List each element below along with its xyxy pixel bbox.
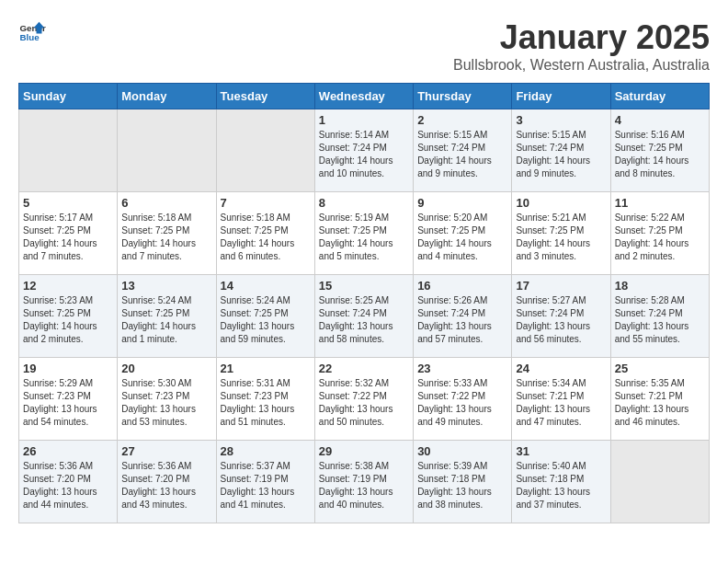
calendar-cell: 12 Sunrise: 5:23 AM Sunset: 7:25 PM Dayl… [19, 275, 118, 358]
sunrise-label: Sunrise: 5:38 AM [319, 461, 389, 471]
sunset-label: Sunset: 7:24 PM [319, 308, 387, 318]
calendar-cell: 2 Sunrise: 5:15 AM Sunset: 7:24 PM Dayli… [414, 109, 512, 192]
calendar-cell: 9 Sunrise: 5:20 AM Sunset: 7:25 PM Dayli… [414, 192, 512, 275]
day-number: 6 [121, 196, 211, 210]
day-info: Sunrise: 5:31 AM Sunset: 7:23 PM Dayligh… [221, 377, 311, 429]
daylight-label: Daylight: 14 hours and 8 minutes. [615, 155, 689, 178]
weekday-header-tuesday: Tuesday [216, 84, 314, 109]
daylight-label: Daylight: 13 hours and 55 minutes. [615, 321, 689, 344]
day-info: Sunrise: 5:26 AM Sunset: 7:24 PM Dayligh… [417, 294, 507, 346]
calendar-cell: 4 Sunrise: 5:16 AM Sunset: 7:25 PM Dayli… [610, 109, 709, 192]
day-info: Sunrise: 5:36 AM Sunset: 7:20 PM Dayligh… [23, 460, 113, 511]
calendar-cell: 15 Sunrise: 5:25 AM Sunset: 7:24 PM Dayl… [314, 275, 413, 358]
daylight-label: Daylight: 14 hours and 1 minute. [121, 321, 196, 344]
title-block: January 2025 Bullsbrook, Western Austral… [453, 18, 710, 74]
calendar-cell: 7 Sunrise: 5:18 AM Sunset: 7:25 PM Dayli… [216, 192, 314, 275]
calendar-cell: 1 Sunrise: 5:14 AM Sunset: 7:24 PM Dayli… [314, 109, 413, 192]
day-info: Sunrise: 5:18 AM Sunset: 7:25 PM Dayligh… [121, 212, 211, 263]
daylight-label: Daylight: 13 hours and 47 minutes. [516, 404, 590, 427]
daylight-label: Daylight: 13 hours and 46 minutes. [615, 404, 689, 427]
weekday-header-monday: Monday [118, 84, 216, 109]
calendar-week-row: 19 Sunrise: 5:29 AM Sunset: 7:23 PM Dayl… [19, 358, 710, 441]
sunrise-label: Sunrise: 5:15 AM [417, 130, 487, 140]
day-number: 31 [516, 444, 606, 458]
sunset-label: Sunset: 7:25 PM [121, 225, 189, 236]
day-info: Sunrise: 5:15 AM Sunset: 7:24 PM Dayligh… [516, 129, 606, 180]
daylight-label: Daylight: 14 hours and 3 minutes. [516, 238, 590, 261]
sunset-label: Sunset: 7:24 PM [319, 143, 387, 153]
logo-icon: General Blue [18, 18, 46, 46]
day-number: 18 [615, 279, 705, 293]
weekday-header-friday: Friday [512, 84, 610, 109]
day-number: 5 [23, 196, 113, 210]
daylight-label: Daylight: 13 hours and 57 minutes. [417, 321, 492, 344]
sunrise-label: Sunrise: 5:23 AM [23, 295, 93, 305]
sunset-label: Sunset: 7:25 PM [319, 225, 387, 236]
day-number: 14 [221, 279, 311, 293]
daylight-label: Daylight: 14 hours and 2 minutes. [615, 238, 689, 261]
day-number: 22 [319, 362, 409, 375]
sunrise-label: Sunrise: 5:32 AM [319, 378, 389, 388]
calendar-title: January 2025 [453, 18, 710, 57]
sunset-label: Sunset: 7:24 PM [615, 308, 683, 318]
daylight-label: Daylight: 14 hours and 4 minutes. [417, 238, 492, 261]
sunset-label: Sunset: 7:25 PM [23, 308, 91, 318]
day-info: Sunrise: 5:18 AM Sunset: 7:25 PM Dayligh… [221, 212, 311, 263]
calendar-cell: 22 Sunrise: 5:32 AM Sunset: 7:22 PM Dayl… [314, 358, 413, 441]
sunset-label: Sunset: 7:19 PM [221, 474, 289, 484]
day-number: 25 [615, 362, 705, 375]
daylight-label: Daylight: 13 hours and 53 minutes. [121, 404, 196, 427]
day-info: Sunrise: 5:16 AM Sunset: 7:25 PM Dayligh… [615, 129, 705, 180]
day-number: 10 [516, 196, 606, 210]
day-info: Sunrise: 5:25 AM Sunset: 7:24 PM Dayligh… [319, 294, 409, 346]
sunrise-label: Sunrise: 5:24 AM [121, 295, 191, 305]
calendar-cell: 30 Sunrise: 5:39 AM Sunset: 7:18 PM Dayl… [414, 441, 512, 523]
day-info: Sunrise: 5:24 AM Sunset: 7:25 PM Dayligh… [221, 294, 311, 346]
day-info: Sunrise: 5:37 AM Sunset: 7:19 PM Dayligh… [221, 460, 311, 511]
daylight-label: Daylight: 13 hours and 41 minutes. [221, 487, 295, 510]
sunrise-label: Sunrise: 5:16 AM [615, 130, 685, 140]
sunrise-label: Sunrise: 5:31 AM [221, 378, 290, 388]
sunrise-label: Sunrise: 5:18 AM [221, 213, 290, 223]
day-number: 15 [319, 279, 409, 293]
sunrise-label: Sunrise: 5:24 AM [221, 295, 290, 305]
calendar-cell: 17 Sunrise: 5:27 AM Sunset: 7:24 PM Dayl… [512, 275, 610, 358]
sunset-label: Sunset: 7:22 PM [417, 391, 485, 401]
sunset-label: Sunset: 7:19 PM [319, 474, 387, 484]
sunset-label: Sunset: 7:18 PM [516, 474, 584, 484]
calendar-cell: 14 Sunrise: 5:24 AM Sunset: 7:25 PM Dayl… [216, 275, 314, 358]
logo: General Blue [18, 18, 46, 46]
weekday-header-saturday: Saturday [610, 84, 709, 109]
calendar-week-row: 5 Sunrise: 5:17 AM Sunset: 7:25 PM Dayli… [19, 192, 710, 275]
day-number: 9 [417, 196, 507, 210]
day-info: Sunrise: 5:36 AM Sunset: 7:20 PM Dayligh… [121, 460, 211, 511]
day-number: 8 [319, 196, 409, 210]
sunset-label: Sunset: 7:18 PM [417, 474, 485, 484]
weekday-header-sunday: Sunday [19, 84, 118, 109]
calendar-cell: 21 Sunrise: 5:31 AM Sunset: 7:23 PM Dayl… [216, 358, 314, 441]
weekday-header-thursday: Thursday [414, 84, 512, 109]
sunrise-label: Sunrise: 5:27 AM [516, 295, 586, 305]
day-number: 28 [221, 444, 311, 458]
sunset-label: Sunset: 7:24 PM [516, 143, 584, 153]
day-number: 19 [23, 362, 113, 375]
calendar-cell [118, 109, 216, 192]
calendar-cell: 8 Sunrise: 5:19 AM Sunset: 7:25 PM Dayli… [314, 192, 413, 275]
sunset-label: Sunset: 7:25 PM [221, 225, 289, 236]
calendar-week-row: 1 Sunrise: 5:14 AM Sunset: 7:24 PM Dayli… [19, 109, 710, 192]
sunrise-label: Sunrise: 5:28 AM [615, 295, 685, 305]
sunset-label: Sunset: 7:23 PM [23, 391, 91, 401]
day-info: Sunrise: 5:22 AM Sunset: 7:25 PM Dayligh… [615, 212, 705, 263]
day-number: 2 [417, 113, 507, 127]
day-info: Sunrise: 5:17 AM Sunset: 7:25 PM Dayligh… [23, 212, 113, 263]
day-info: Sunrise: 5:21 AM Sunset: 7:25 PM Dayligh… [516, 212, 606, 263]
day-number: 27 [121, 444, 211, 458]
calendar-cell: 13 Sunrise: 5:24 AM Sunset: 7:25 PM Dayl… [118, 275, 216, 358]
sunset-label: Sunset: 7:24 PM [417, 308, 485, 318]
sunrise-label: Sunrise: 5:20 AM [417, 213, 487, 223]
day-info: Sunrise: 5:24 AM Sunset: 7:25 PM Dayligh… [121, 294, 211, 346]
daylight-label: Daylight: 13 hours and 59 minutes. [221, 321, 295, 344]
sunrise-label: Sunrise: 5:15 AM [516, 130, 586, 140]
calendar-cell: 20 Sunrise: 5:30 AM Sunset: 7:23 PM Dayl… [118, 358, 216, 441]
day-info: Sunrise: 5:28 AM Sunset: 7:24 PM Dayligh… [615, 294, 705, 346]
